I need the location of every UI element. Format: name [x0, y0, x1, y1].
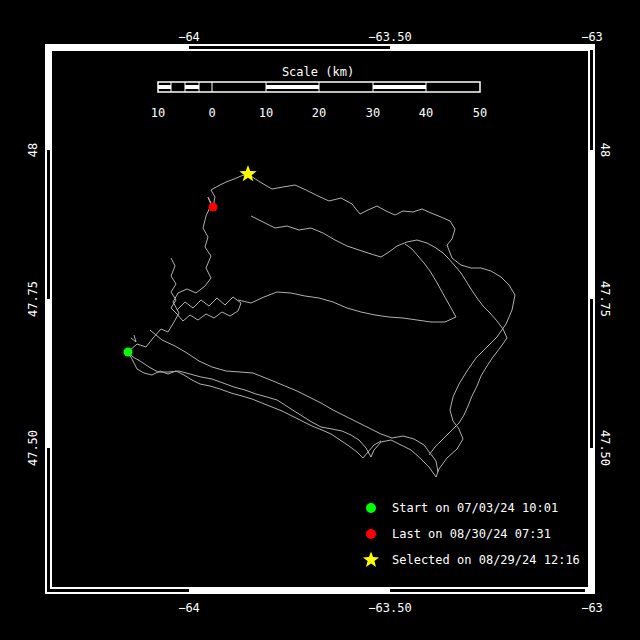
scale-separator: [373, 82, 374, 92]
lon-label-top: −63: [581, 30, 603, 44]
frame-band-right: [589, 448, 595, 593]
scale-tick-label: 40: [419, 106, 433, 120]
lon-label-bottom: −63.50: [368, 601, 411, 615]
lat-label-right: 47.50: [598, 430, 612, 466]
scale-separator: [426, 82, 427, 92]
scale-stripe: [266, 85, 319, 89]
legend-label-last: Last on 08/30/24 07:31: [392, 527, 551, 541]
scale-tick-label: 10: [151, 106, 165, 120]
start-point: [124, 348, 133, 357]
lat-label-left: 47.75: [26, 281, 40, 317]
frame-band-left: [45, 44, 51, 150]
lon-label-bottom: −64: [178, 601, 200, 615]
frame-band-bottom: [189, 588, 390, 594]
lon-label-bottom: −63: [581, 601, 603, 615]
scale-stripe: [373, 85, 426, 89]
scale-bar-title: Scale (km): [282, 65, 354, 79]
scale-stripe: [185, 85, 199, 89]
last-point: [209, 203, 218, 212]
legend-start-dot: [366, 503, 376, 513]
frame-band-top: [390, 44, 594, 50]
legend-label-selected: Selected on 08/29/24 12:16: [392, 553, 580, 567]
lat-label-left: 48: [26, 143, 40, 157]
scale-tick-label: 10: [259, 106, 273, 120]
frame-band-top: [46, 44, 189, 50]
scale-separator: [171, 82, 172, 92]
plot-background: [0, 0, 640, 640]
lon-label-top: −63.50: [368, 30, 411, 44]
lat-label-left: 47.50: [26, 430, 40, 466]
scale-separator: [212, 82, 213, 92]
drift-map-plot: Scale (km) 1001020304050 −64−64−63.50−63…: [0, 0, 640, 640]
frame-band-left: [45, 299, 51, 448]
scale-separator: [319, 82, 320, 92]
legend-label-start: Start on 07/03/24 10:01: [392, 501, 558, 515]
scale-tick-label: 20: [312, 106, 326, 120]
scale-separator: [199, 82, 200, 92]
lon-label-top: −64: [178, 30, 200, 44]
scale-stripe: [158, 85, 171, 89]
scale-tick-label: 0: [208, 106, 215, 120]
legend-last-dot: [366, 529, 376, 539]
legend: Start on 07/03/24 10:01 Last on 08/30/24…: [363, 501, 580, 567]
scale-separator: [266, 82, 267, 92]
lat-label-right: 47.75: [598, 281, 612, 317]
frame-band-right: [589, 150, 595, 299]
map-window: Scale (km) 1001020304050 −64−64−63.50−63…: [0, 0, 640, 640]
lat-label-right: 48: [598, 143, 612, 157]
scale-separator: [185, 82, 186, 92]
scale-tick-label: 30: [366, 106, 380, 120]
scale-tick-label: 50: [473, 106, 487, 120]
